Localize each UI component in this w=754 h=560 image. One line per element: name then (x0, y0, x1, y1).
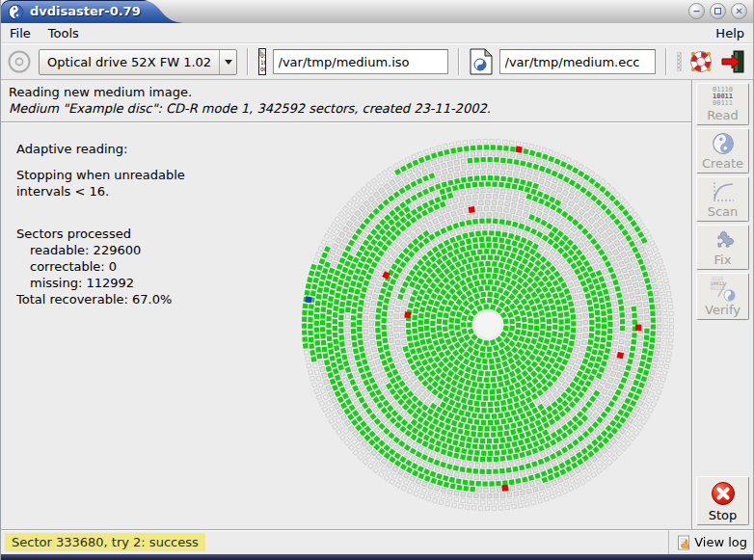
read-button[interactable]: 01110 10011 00111 Read (696, 83, 749, 125)
main-area: Adaptive reading: Stopping when unreadab… (1, 123, 691, 529)
verify-button[interactable]: 0110 10011 00111 / Verify (696, 273, 749, 320)
sectors-missing: missing: 112992 (16, 275, 185, 291)
action-message: Reading new medium image. (9, 85, 691, 99)
sectors-heading: Sectors processed (16, 226, 185, 242)
binary-read-icon: 01110 10011 00111 (713, 87, 733, 107)
ecc-file-input[interactable] (499, 49, 656, 74)
log-hand-icon (677, 535, 691, 550)
status-message: Sector 333680, try 2: success (5, 533, 205, 551)
puzzle-icon (712, 228, 735, 252)
titlebar[interactable]: dvdisaster-0.79 − ✕ (1, 0, 753, 23)
preferences-button-disabled[interactable] (677, 52, 683, 71)
fix-button[interactable]: Fix (696, 225, 749, 270)
reading-stats: Adaptive reading: Stopping when unreadab… (16, 141, 185, 307)
toolbar: Optical drive 52X FW 1.02 011 10011 0011… (1, 43, 753, 80)
action-sidebar: 01110 10011 00111 Read Create Scan (691, 80, 753, 529)
maximize-icon (714, 8, 721, 14)
toolbar-separator (665, 48, 667, 75)
close-button[interactable]: ✕ (731, 3, 747, 19)
yinyang-icon (708, 128, 739, 159)
optical-drive-icon (7, 49, 32, 74)
iso-file-input[interactable] (273, 49, 448, 74)
statusbar: Sector 333680, try 2: success View log (1, 529, 753, 554)
app-yinyang-icon (5, 1, 27, 23)
stopping-rule-line2: intervals < 16. (16, 183, 185, 200)
chevron-down-icon (225, 60, 232, 65)
toolbar-separator (247, 48, 249, 75)
compare-icon: 0110 10011 00111 / (711, 277, 736, 302)
sectors-correctable: correctable: 0 (16, 258, 185, 275)
toolbar-separator (458, 48, 460, 75)
app-window: dvdisaster-0.79 − ✕ File Tools Help Opti… (0, 0, 754, 560)
iso-file-icon: 011 10011 00111 (258, 48, 266, 75)
create-button[interactable]: Create (696, 128, 749, 173)
menu-help[interactable]: Help (707, 24, 753, 42)
view-log-button[interactable]: View log (668, 530, 747, 554)
disc-spiral-visualization (248, 121, 693, 528)
stop-icon (710, 480, 737, 507)
sectors-readable: readable: 229600 (16, 242, 185, 258)
scan-button[interactable]: Scan (696, 176, 749, 222)
help-lifebuoy-button[interactable] (688, 49, 714, 74)
minimize-button[interactable]: − (688, 3, 705, 19)
quit-button[interactable] (720, 49, 745, 74)
menu-file[interactable]: File (1, 24, 40, 42)
drive-select-arrow[interactable] (219, 50, 236, 74)
window-bottom-edge (1, 554, 753, 560)
folded-corner (258, 48, 266, 56)
total-recoverable: Total recoverable: 67.0% (16, 291, 185, 307)
message-panel: Reading new medium image. Medium "Exampl… (1, 80, 691, 122)
title-tab: dvdisaster-0.79 (1, 0, 189, 23)
drive-select-value: Optical drive 52X FW 1.02 (40, 55, 219, 69)
menubar: File Tools Help (1, 23, 753, 43)
medium-info: Medium "Example disc": CD-R mode 1, 3425… (9, 101, 691, 116)
stats-heading: Adaptive reading: (16, 141, 185, 157)
ecc-file-icon (470, 48, 493, 75)
menu-tools[interactable]: Tools (40, 24, 88, 42)
curve-graph-icon (711, 180, 736, 203)
drive-select[interactable]: Optical drive 52X FW 1.02 (39, 49, 237, 75)
window-title: dvdisaster-0.79 (30, 4, 141, 19)
stopping-rule-line1: Stopping when unreadable (16, 167, 185, 183)
maximize-button[interactable] (710, 3, 726, 19)
stop-button[interactable]: Stop (696, 476, 749, 525)
